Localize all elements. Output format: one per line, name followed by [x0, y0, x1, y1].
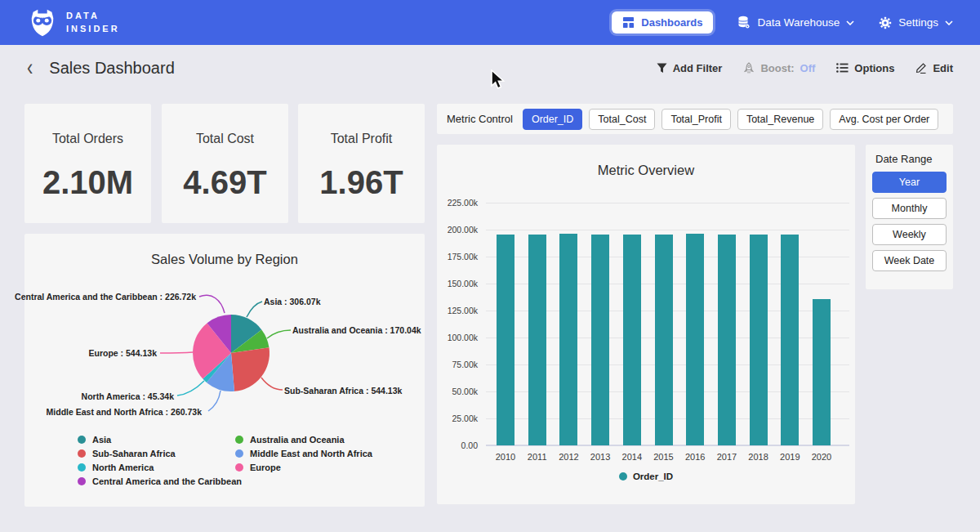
date-range-button-weekly[interactable]: Weekly: [872, 224, 947, 245]
x-axis-tick: 2013: [584, 452, 617, 462]
bar-2017[interactable]: [718, 235, 736, 445]
legend-dot: [619, 472, 627, 481]
owl-logo-icon: [27, 7, 58, 38]
pie-legend-item-asia[interactable]: Asia: [78, 435, 242, 445]
bar-2014[interactable]: [623, 235, 641, 445]
bar-2019[interactable]: [781, 235, 799, 445]
pie-connector-line: [261, 378, 283, 390]
bar-plot-area: 225.00k200.00k175.00k150.00k125.00k100.0…: [486, 203, 849, 445]
pie-legend-item-north-america[interactable]: North America: [78, 463, 242, 472]
nav-dashboards-button[interactable]: Dashboards: [612, 11, 713, 34]
gear-icon: [879, 16, 892, 29]
kpi-label: Total Cost: [162, 132, 288, 146]
bar-2010[interactable]: [497, 235, 514, 445]
pie-label-central-america-and-the-caribbean: Central America and the Caribbean : 226.…: [15, 292, 196, 302]
metric-button-avg-cost-per-order[interactable]: Avg. Cost per Order: [830, 109, 938, 130]
edit-label: Edit: [933, 62, 953, 74]
x-axis-tick: 2018: [742, 452, 775, 462]
boost-label: Boost:: [760, 62, 794, 74]
legend-label: Central America and the Caribbean: [92, 476, 242, 486]
pie-label-north-america: North America : 45.34k: [82, 391, 174, 401]
bar-2018[interactable]: [750, 235, 768, 445]
edit-button[interactable]: Edit: [915, 62, 953, 74]
nav-data-warehouse-menu[interactable]: Data Warehouse: [737, 16, 854, 29]
gridline: [486, 203, 849, 203]
x-axis-tick: 2017: [710, 452, 743, 462]
add-filter-button[interactable]: Add Filter: [657, 62, 723, 74]
y-axis-tick: 75.00k: [429, 360, 478, 369]
pie-label-middle-east-and-north-africa: Middle East and North Africa : 260.73k: [47, 407, 202, 417]
pie-legend-item-middle-east-and-north-africa[interactable]: Middle East and North Africa: [235, 449, 372, 458]
pie-legend-column-2: Australia and OceaniaMiddle East and Nor…: [235, 435, 372, 472]
bar-2011[interactable]: [528, 235, 546, 445]
x-axis-tick: 2014: [616, 452, 648, 462]
legend-label: North America: [92, 463, 154, 472]
metric-button-total-profit[interactable]: Total_Profit: [662, 109, 731, 130]
kpi-value: 4.69T: [162, 164, 288, 201]
sales-volume-by-region-chart: Sales Volume by Region Asia : 306.07kAus…: [24, 234, 425, 507]
pie-legend-item-europe[interactable]: Europe: [235, 463, 372, 472]
date-range-button-week-date[interactable]: Week Date: [872, 250, 947, 271]
kpi-value: 2.10M: [24, 164, 151, 201]
kpi-card-total-profit: Total Profit 1.96T: [298, 104, 425, 223]
metric-button-order-id[interactable]: Order_ID: [523, 109, 582, 130]
dashboards-grid-icon: [622, 16, 635, 29]
legend-label: Asia: [92, 435, 111, 445]
y-axis-tick: 175.00k: [429, 252, 478, 262]
y-axis-tick: 0.00: [429, 440, 478, 450]
y-axis-tick: 50.00k: [429, 387, 478, 396]
pie-connector-line: [177, 381, 204, 396]
pie-label-europe: Europe : 544.13k: [89, 348, 157, 358]
boost-toggle[interactable]: Boost: Off: [743, 62, 815, 74]
gridline: [486, 230, 849, 230]
kpi-value: 1.96T: [298, 164, 425, 201]
y-axis-tick: 100.00k: [429, 333, 478, 342]
bar-2016[interactable]: [686, 234, 704, 445]
metric-button-total-cost[interactable]: Total_Cost: [589, 109, 655, 130]
y-axis-tick: 125.00k: [429, 306, 478, 315]
edit-pencil-icon: [915, 62, 927, 74]
kpi-card-total-cost: Total Cost 4.69T: [162, 104, 288, 223]
options-button[interactable]: Options: [836, 62, 894, 74]
pie-slice-sub-saharan-africa[interactable]: [231, 347, 270, 391]
bar-2020[interactable]: [813, 299, 831, 445]
legend-dot: [235, 436, 243, 444]
brand-logo[interactable]: DATA INSIDER: [27, 7, 120, 38]
pie-legend-item-sub-saharan-africa[interactable]: Sub-Saharan Africa: [78, 449, 242, 458]
database-icon: [737, 16, 751, 29]
nav-settings-menu[interactable]: Settings: [879, 16, 953, 29]
kpi-card-total-orders: Total Orders 2.10M: [24, 104, 151, 223]
chevron-down-icon: [945, 20, 953, 25]
x-axis-tick: 2015: [648, 452, 680, 462]
legend-label: Europe: [250, 463, 281, 472]
back-button[interactable]: ‹: [27, 56, 33, 80]
date-range-label: Date Range: [875, 153, 947, 165]
pie-connector-line: [160, 352, 193, 353]
x-axis-tick: 2011: [521, 452, 554, 462]
date-range-button-monthly[interactable]: Monthly: [872, 198, 947, 219]
brand-line1: DATA: [66, 10, 120, 23]
bar-2012[interactable]: [559, 234, 577, 445]
kpi-label: Total Orders: [24, 132, 151, 146]
kpi-label: Total Profit: [298, 132, 425, 146]
metric-overview-chart: Metric Overview 225.00k200.00k175.00k150…: [437, 145, 855, 504]
y-axis-tick: 150.00k: [429, 279, 478, 288]
bar-chart-legend[interactable]: Order_ID: [437, 472, 855, 481]
pie-legend-item-central-america-and-the-caribbean[interactable]: Central America and the Caribbean: [78, 476, 242, 486]
bar-2013[interactable]: [591, 235, 609, 445]
page-title: Sales Dashboard: [49, 59, 174, 78]
options-list-icon: [836, 63, 849, 73]
legend-dot: [235, 463, 243, 472]
rocket-icon: [743, 62, 755, 74]
pie-connector-line: [208, 391, 220, 411]
bar-2015[interactable]: [655, 235, 673, 445]
y-axis-tick: 200.00k: [429, 225, 478, 235]
chevron-down-icon: [846, 20, 854, 25]
legend-dot: [78, 449, 86, 458]
date-range-button-year[interactable]: Year: [872, 172, 947, 193]
pie-legend-item-australia-and-oceania[interactable]: Australia and Oceania: [235, 435, 372, 445]
legend-label: Australia and Oceania: [250, 435, 345, 445]
metric-button-total-revenue[interactable]: Total_Revenue: [737, 109, 823, 130]
dashboard-header: ‹ Sales Dashboard Add Filter Boost: Off: [0, 45, 980, 91]
x-axis-tick: 2019: [773, 452, 806, 462]
